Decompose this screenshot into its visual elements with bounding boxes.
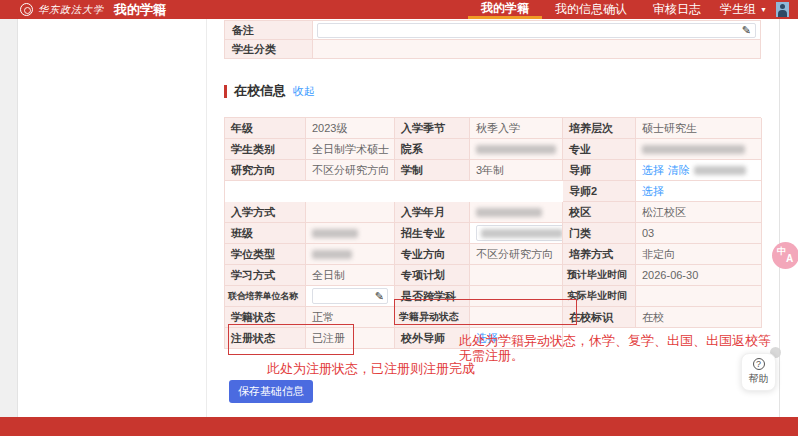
major-label: 专业: [563, 139, 636, 160]
enroll-method-value: [306, 202, 395, 223]
training-mode-value: 非定向: [636, 244, 762, 265]
enroll-season-label: 入学季节: [395, 118, 470, 139]
collapse-link[interactable]: 收起: [293, 84, 315, 99]
admission-major-label: 招生专业: [395, 223, 470, 244]
remark-value-cell: ✎: [313, 21, 761, 40]
study-mode-value: 全日制: [306, 265, 395, 286]
empty-cell: [306, 181, 395, 202]
section-title: 在校信息: [234, 82, 286, 100]
registration-status-label: 注册状态: [225, 328, 306, 349]
on-campus-flag-label: 在校标识: [563, 307, 636, 328]
registration-note: 此处为注册状态，已注册则注册完成: [267, 361, 475, 376]
supervisor-label: 导师: [563, 160, 636, 181]
left-panel: [18, 19, 207, 417]
student-type-value: 全日制学术硕士: [306, 139, 395, 160]
department-label: 院系: [395, 139, 470, 160]
actual-graduation-label: 实际毕业时间: [563, 286, 636, 307]
student-type-label: 学生类别: [225, 139, 306, 160]
empty-cell: [470, 181, 563, 202]
degree-type-label: 学位类型: [225, 244, 306, 265]
actual-graduation-value: [636, 286, 762, 307]
enroll-method-label: 入学方式: [225, 202, 306, 223]
student-category-row: 学生分类: [225, 40, 761, 59]
translate-icon-latin: A: [786, 253, 793, 264]
save-basic-info-button[interactable]: 保存基础信息: [229, 380, 313, 403]
registry-status-value: 正常: [306, 307, 395, 328]
class-label: 班级: [225, 223, 306, 244]
tab-audit-log[interactable]: 审核日志: [640, 0, 714, 19]
supervisor2-value-cell: 选择: [636, 181, 762, 202]
registry-status-label: 学籍状态: [225, 307, 306, 328]
help-widget[interactable]: ? 帮助: [741, 353, 776, 391]
special-plan-value: [470, 265, 563, 286]
question-mark-icon: ?: [753, 358, 765, 370]
avatar[interactable]: [776, 2, 789, 17]
major-direction-value: 不区分研究方向: [470, 244, 563, 265]
app-header: 华东政法大学 我的学籍 我的学籍 我的信息确认 审核日志 学生组 ▼: [0, 0, 798, 19]
expected-graduation-value: 2026-06-30: [636, 265, 762, 286]
basic-fields-table: 备注 ✎ 学生分类: [224, 20, 761, 59]
edit-pencil-icon[interactable]: ✎: [742, 24, 751, 37]
supervisor-clear-link[interactable]: 清除: [668, 163, 690, 178]
joint-training-unit-cell: ✎: [306, 286, 395, 307]
status-change-note: 此处为学籍异动状态，休学、复学、出国、出国返校等无需注册。: [459, 333, 783, 363]
school-info-table: 年级 2023级 入学季节 秋季入学 培养层次 硕士研究生 学生类别 全日制学术…: [224, 117, 761, 349]
interdisciplinary-value: [470, 286, 563, 307]
empty-cell: [225, 181, 306, 202]
supervisor2-label: 导师2: [563, 181, 636, 202]
study-length-label: 学制: [395, 160, 470, 181]
major-value-redacted: [636, 139, 762, 160]
category-code-value: 03: [636, 223, 762, 244]
remark-input[interactable]: ✎: [317, 23, 756, 38]
study-length-value: 3年制: [470, 160, 563, 181]
user-group-dropdown[interactable]: 学生组 ▼: [714, 0, 773, 19]
university-emblem-icon: [20, 3, 33, 16]
research-direction-label: 研究方向: [225, 160, 306, 181]
expected-graduation-label: 预计毕业时间: [563, 265, 636, 286]
grade-value: 2023级: [306, 118, 395, 139]
section-header: 在校信息 收起: [224, 82, 779, 100]
joint-training-unit-input[interactable]: ✎: [312, 288, 388, 304]
grade-label: 年级: [225, 118, 306, 139]
category-code-label: 门类: [563, 223, 636, 244]
supervisor-select-link[interactable]: 选择: [642, 163, 664, 178]
header-brand: 华东政法大学 我的学籍: [0, 0, 166, 19]
study-mode-label: 学习方式: [225, 265, 306, 286]
degree-level-value: 硕士研究生: [636, 118, 762, 139]
joint-training-unit-label: 联合培养单位名称: [225, 286, 306, 307]
remark-row: 备注 ✎: [225, 21, 761, 40]
interdisciplinary-label: 是否跨学科: [395, 286, 470, 307]
on-campus-flag-value: 在校: [636, 307, 762, 328]
section-accent-bar: [224, 85, 227, 98]
enroll-date-label: 入学年月: [395, 202, 470, 223]
university-name: 华东政法大学: [38, 3, 104, 17]
enroll-date-value-redacted: [470, 202, 563, 223]
user-group-label: 学生组: [720, 1, 756, 18]
admission-major-dropdown[interactable]: ▼: [476, 225, 563, 241]
admission-major-redacted: [481, 229, 563, 238]
enroll-season-value: 秋季入学: [470, 118, 563, 139]
special-plan-label: 专项计划: [395, 265, 470, 286]
page-title: 我的学籍: [114, 1, 166, 19]
research-direction-value: 不区分研究方向: [306, 160, 395, 181]
edit-pencil-icon[interactable]: ✎: [375, 290, 384, 303]
status-change-label: 学籍异动状态: [395, 307, 470, 328]
campus-value: 松江校区: [636, 202, 762, 223]
training-mode-label: 培养方式: [563, 244, 636, 265]
supervisor-name-redacted: [694, 166, 746, 175]
help-label: 帮助: [749, 372, 769, 386]
tab-my-student-record[interactable]: 我的学籍: [468, 0, 542, 19]
campus-label: 校区: [563, 202, 636, 223]
status-change-value: [470, 307, 563, 328]
tab-my-info-confirm[interactable]: 我的信息确认: [542, 0, 640, 19]
supervisor-value-cell: 选择 清除: [636, 160, 762, 181]
registration-status-value: 已注册: [306, 328, 395, 349]
chevron-down-icon: ▼: [760, 6, 767, 13]
major-direction-label: 专业方向: [395, 244, 470, 265]
footer-bar: [0, 417, 798, 436]
department-value-redacted: [470, 139, 563, 160]
student-category-label: 学生分类: [225, 40, 313, 59]
translate-button[interactable]: 中 A: [772, 242, 798, 269]
remark-label: 备注: [225, 21, 313, 40]
supervisor2-select-link[interactable]: 选择: [642, 184, 664, 199]
